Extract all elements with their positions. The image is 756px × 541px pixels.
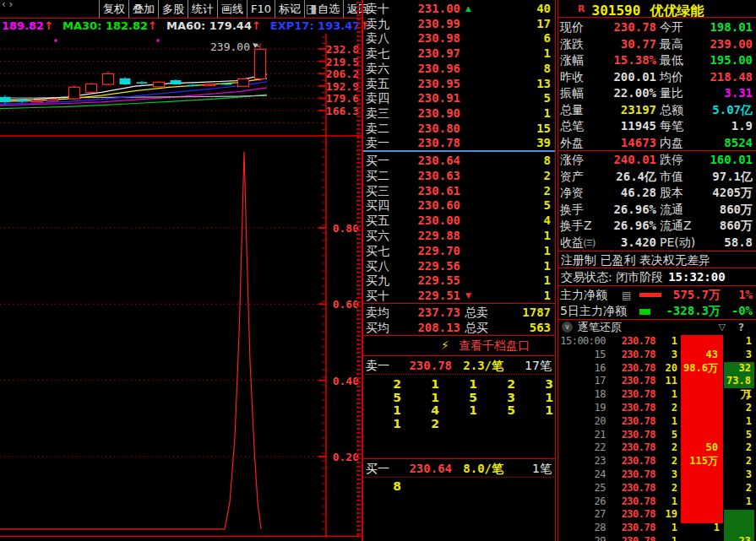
buy-level-row[interactable]: 买七229.701 <box>363 243 556 258</box>
diamond-icon[interactable]: ◇ <box>291 2 299 14</box>
sell-level-price: 230.95 <box>408 76 460 91</box>
sell-level-label: 卖七 <box>366 46 389 61</box>
main-funds-5d-bar <box>639 309 650 315</box>
buy-level-row[interactable]: 买六229.881 <box>363 228 556 243</box>
sell-level-price: 231.00 <box>408 1 460 16</box>
toolbar-button-叠加[interactable]: 叠加 <box>128 0 158 18</box>
stat-value: 58.8 <box>699 235 753 252</box>
quote-stat-row: 现价230.78今开198.01 <box>557 19 754 36</box>
sell-level-row[interactable]: 卖八230.986 <box>363 30 556 46</box>
buy-level-row[interactable]: 买四230.605 <box>363 197 556 213</box>
divider <box>557 150 756 151</box>
tape-time: 20 <box>559 415 606 429</box>
tape-volume: 11 <box>655 375 677 388</box>
buy-levels: 买一230.648买二230.632买三230.612买四230.605买五23… <box>363 153 556 303</box>
tape-time: 24 <box>559 468 606 482</box>
sell-level-price: 230.80 <box>408 121 460 136</box>
stat-label: 最高 <box>660 36 683 53</box>
filter-icon[interactable]: ▽ <box>719 321 726 334</box>
tape-volume: 20 <box>655 362 677 376</box>
buy-level-row[interactable]: 买三230.612 <box>363 183 556 198</box>
tape-row: 15:00:00230.7811 <box>557 335 755 349</box>
sell-level-row[interactable]: 卖四230.915 <box>363 90 556 105</box>
queue-order-size: 4 <box>412 403 439 417</box>
tape-col-b: 2 <box>724 402 752 415</box>
sell-level-row[interactable]: 卖一230.7839 <box>363 135 556 150</box>
stat-label: 量比 <box>660 85 683 102</box>
buy-level-row[interactable]: 买五230.004 <box>363 213 556 228</box>
list-icon[interactable]: ▤ <box>622 288 631 304</box>
trading-terminal: ‹ › 复权叠加多股统计画线F10标记+自选返回 189.82↑MA30: 18… <box>0 0 756 541</box>
toolbar-button-多股[interactable]: 多股 <box>158 0 188 18</box>
tape-col-b: 2 <box>724 455 752 468</box>
buy-level-label: 买一 <box>366 153 389 168</box>
stat-label: 昨收 <box>560 69 584 86</box>
stat-label: 内盘 <box>660 135 683 152</box>
sell-one-label: 卖一 <box>366 358 389 373</box>
svg-text:192.9: 192.9 <box>326 80 359 93</box>
nav-arrows-icon[interactable]: ‹ › <box>2 0 13 10</box>
toolbar-button-画线[interactable]: 画线 <box>217 0 247 18</box>
tape-time: 16 <box>559 362 606 376</box>
queue-order-size: 5 <box>450 391 477 404</box>
svg-text:179.6: 179.6 <box>326 92 359 105</box>
divider <box>363 355 556 356</box>
tape-volume: 2 <box>655 455 677 468</box>
buy-level-row[interactable]: 买二230.632 <box>363 168 556 183</box>
stat-value: 26.96% <box>598 202 656 219</box>
tape-row: 15230.7833 <box>557 349 755 362</box>
candlestick-chart[interactable]: 232.8219.5206.2192.9179.6166.3239.00 <box>0 20 362 135</box>
total-buy-label: 总买 <box>465 320 488 335</box>
signal-indicator-chart[interactable]: 0.800.600.400.20 <box>0 135 362 538</box>
queue-grid-row: 14151 <box>363 403 556 417</box>
sell-level-qty: 8 <box>544 61 551 76</box>
sell-level-row[interactable]: 卖五230.9513 <box>363 76 556 91</box>
tape-volume: 1 <box>655 522 677 535</box>
sell-level-row[interactable]: 卖二230.8015 <box>363 121 556 136</box>
sell-level-row[interactable]: 卖十231.00▲40 <box>363 1 556 16</box>
toolbar-button-标记[interactable]: 标记 <box>275 0 304 18</box>
tape-row: 28230.7811 <box>557 522 755 535</box>
main-funds-value: 575.7万 <box>673 287 721 303</box>
dotted-divider <box>365 477 554 478</box>
stat-label: 股本 <box>660 185 683 202</box>
split-panel-icon[interactable]: ◨ <box>306 2 317 15</box>
stat-value: 195.00 <box>699 52 753 69</box>
stat-label: 收益㈢ <box>560 235 596 252</box>
tape-price: 230.78 <box>612 349 655 362</box>
sell-level-row[interactable]: 卖三230.901 <box>363 105 556 121</box>
sell-level-qty: 17 <box>536 16 551 31</box>
divider <box>363 458 556 459</box>
tape-row: 25230.7822 <box>557 482 755 495</box>
stock-title[interactable]: R 301590 优优绿能 <box>578 1 704 17</box>
collapse-icon[interactable]: ∨ <box>562 322 573 333</box>
buy-level-qty: 1 <box>544 258 551 273</box>
sell-level-row[interactable]: 卖六230.968 <box>363 61 556 76</box>
main-funds-pct: 1% <box>738 287 753 303</box>
buy-level-row[interactable]: 买八229.561 <box>363 258 556 273</box>
toolbar-button-统计[interactable]: 统计 <box>188 0 217 18</box>
queue-grid-row: 21123 <box>363 377 556 391</box>
help-icon[interactable]: ? <box>738 321 744 334</box>
stat-label: 振幅 <box>560 85 584 102</box>
buy-level-price: 229.70 <box>408 243 460 258</box>
tape-row: 24230.7833 <box>557 468 755 482</box>
buy-level-row[interactable]: 买九229.551 <box>363 273 556 288</box>
sell-level-row[interactable]: 卖七230.971 <box>363 46 556 61</box>
buy-level-row[interactable]: 买十229.51▼1 <box>363 288 556 303</box>
buy-level-row[interactable]: 买一230.648 <box>363 153 556 168</box>
buy-level-qty: 1 <box>544 273 551 288</box>
level-marker-icon: ▲ <box>465 1 471 16</box>
sell-one-price: 230.78 <box>400 358 452 373</box>
buy-level-price: 230.61 <box>408 183 460 198</box>
toolbar-button-复权[interactable]: 复权 <box>99 0 128 18</box>
level-marker-icon: ▼ <box>465 288 471 303</box>
toolbar-button-F10[interactable]: F10 <box>247 0 275 18</box>
sell-level-row[interactable]: 卖九230.9917 <box>363 16 556 31</box>
stat-label: 总量 <box>560 102 584 119</box>
quote-stat-row: 总量23197总额5.07亿 <box>557 102 754 119</box>
level2-depth-link[interactable]: ⚡ 查看千档盘口 <box>363 337 556 354</box>
buy-level-label: 买四 <box>366 197 389 213</box>
queue-order-size: 5 <box>488 403 515 417</box>
tape-volume: 5 <box>655 429 677 442</box>
